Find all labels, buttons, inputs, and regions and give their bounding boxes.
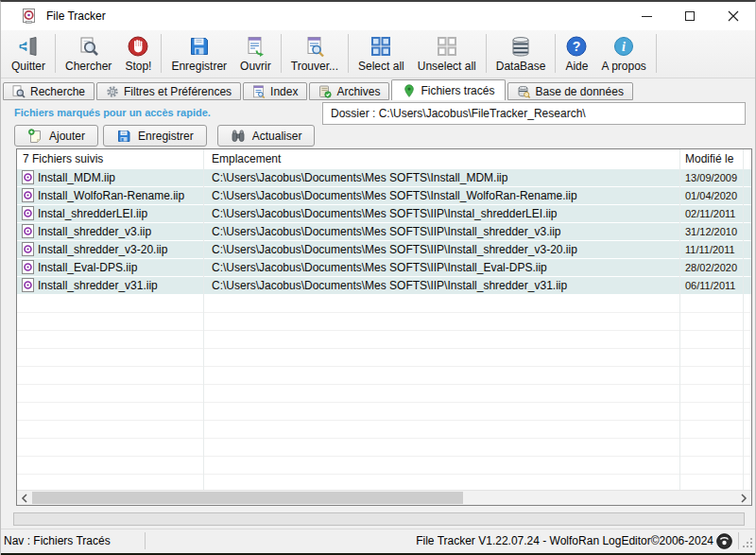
file-modified-date: 28/02/2020 <box>685 259 737 276</box>
database-button[interactable]: DataBase <box>490 32 553 75</box>
table-row[interactable]: Install_shredder_v3-20.iip C:\Users\Jaco… <box>17 241 751 258</box>
table-row[interactable]: Install_shredder_v31.iip C:\Users\Jacobu… <box>17 277 751 294</box>
file-name: Install_WolfoRan-Rename.iip <box>38 187 184 204</box>
column-separator <box>203 149 204 490</box>
help-question-icon: ? <box>565 35 588 58</box>
tab-archives[interactable]: Archives <box>309 82 389 100</box>
iip-file-icon <box>22 278 34 292</box>
database-icon <box>509 35 532 58</box>
a-propos-button[interactable]: i A propos <box>594 32 652 75</box>
select-all-grid-icon <box>369 35 392 58</box>
iip-file-icon <box>22 170 34 184</box>
status-separator <box>738 532 739 549</box>
quick-access-hint: Fichiers marqués pour un accès rapide. <box>14 107 211 118</box>
iip-file-icon <box>22 260 34 274</box>
enregistrer-toolbar-button[interactable]: Enregistrer <box>164 32 233 75</box>
maximize-button[interactable] <box>668 2 712 30</box>
iip-file-icon <box>22 206 34 220</box>
toolbar-label: Aide <box>565 60 588 73</box>
action-button-row: Ajouter Enregistrer Actualiser <box>14 125 319 147</box>
column-header-modifie[interactable]: Modifié le <box>685 149 733 169</box>
enregistrer-button[interactable]: Enregistrer <box>103 125 207 147</box>
column-header-files[interactable]: 7 Fichiers suivis <box>23 149 103 169</box>
chercher-button[interactable]: Chercher <box>59 32 118 75</box>
chevron-right-icon <box>740 494 747 503</box>
tab-label: Archives <box>336 85 380 98</box>
toolbar-label: Chercher <box>65 60 112 73</box>
aide-button[interactable]: ? Aide <box>558 32 594 75</box>
file-name: Install_MDM.iip <box>38 169 115 186</box>
table-body: Install_MDM.iip C:\Users\Jacobus\Documen… <box>17 169 751 490</box>
wolforan-logo-icon <box>716 533 732 549</box>
table-row[interactable]: Install_shredder_v3.iip C:\Users\Jacobus… <box>17 223 751 240</box>
green-pin-icon <box>403 84 416 97</box>
tab-label: Base de données <box>535 85 623 98</box>
search-document-icon <box>77 35 100 58</box>
ouvrir-button[interactable]: Ouvrir <box>233 32 278 75</box>
find-document-icon <box>303 35 326 58</box>
iip-file-icon <box>22 224 34 238</box>
window-controls <box>625 2 755 30</box>
file-name: Install_shredder_v3-20.iip <box>38 241 167 258</box>
column-separator <box>743 149 744 490</box>
file-name: Instal_shredderLEI.iip <box>38 205 147 222</box>
database-search-icon <box>517 85 530 98</box>
tab-index[interactable]: Index <box>243 82 307 100</box>
unselect-all-grid-icon <box>436 35 458 58</box>
actualiser-button[interactable]: Actualiser <box>217 125 316 147</box>
title-bar: File Tracker <box>1 2 755 30</box>
tab-fichiers-traces[interactable]: Fichiers tracés <box>391 79 506 100</box>
toolbar-label: DataBase <box>496 60 546 73</box>
toolbar-separator <box>281 34 282 73</box>
close-button[interactable] <box>712 2 755 30</box>
toolbar-separator <box>348 34 349 73</box>
file-modified-date: 06/11/2011 <box>685 277 735 294</box>
file-path: C:\Users\Jacobus\Documents\Mes SOFTS\IIP… <box>212 205 557 222</box>
scroll-right-button[interactable] <box>736 491 751 505</box>
maximize-icon <box>685 11 695 21</box>
toolbar-label: Ouvrir <box>240 60 271 73</box>
file-name: Install_Eval-DPS.iip <box>38 259 137 276</box>
resize-grip[interactable] <box>742 537 753 548</box>
add-note-icon <box>27 129 43 144</box>
open-document-icon <box>244 35 266 58</box>
status-nav-text: Nav : Fichiers Tracés <box>4 534 111 547</box>
index-page-icon <box>252 85 266 98</box>
stop-button[interactable]: Stop! <box>118 32 158 75</box>
column-header-emplacement[interactable]: Emplacement <box>212 149 281 169</box>
window-title: File Tracker <box>46 9 106 23</box>
horizontal-scrollbar[interactable] <box>17 490 751 505</box>
tab-base-de-donnees[interactable]: Base de données <box>507 82 632 100</box>
toolbar-separator <box>161 34 162 73</box>
stop-hand-icon <box>127 35 149 58</box>
toolbar-separator <box>486 34 487 73</box>
binoculars-icon <box>231 129 246 144</box>
tab-filtres-et-preferences[interactable]: Filtres et Préférences <box>96 82 241 100</box>
gear-icon <box>106 85 119 98</box>
scroll-left-button[interactable] <box>17 491 32 505</box>
quitter-button[interactable]: Quitter <box>5 32 52 75</box>
exit-door-icon <box>17 35 40 58</box>
file-modified-date: 31/12/2010 <box>685 223 737 240</box>
toolbar-separator <box>55 34 56 73</box>
ajouter-button[interactable]: Ajouter <box>14 125 98 147</box>
minimize-button[interactable] <box>625 2 668 30</box>
table-row[interactable]: Install_Eval-DPS.iip C:\Users\Jacobus\Do… <box>17 259 751 276</box>
tab-recherche[interactable]: Recherche <box>3 82 94 100</box>
tracked-files-table: 7 Fichiers suivis Emplacement Modifié le… <box>16 148 752 506</box>
trouver-button[interactable]: Trouver... <box>284 32 345 75</box>
tab-label: Filtres et Préférences <box>124 85 232 98</box>
folder-path-box: Dossier : C:\Users\Jacobus\FileTracker_R… <box>322 102 746 125</box>
progress-strip <box>13 512 745 526</box>
table-row[interactable]: Install_WolfoRan-Rename.iip C:\Users\Jac… <box>17 187 751 204</box>
file-modified-date: 11/11/2011 <box>685 241 735 258</box>
main-toolbar: Quitter Chercher Stop! <box>1 30 755 78</box>
unselect-all-button[interactable]: Unselect all <box>411 32 483 75</box>
table-row[interactable]: Install_MDM.iip C:\Users\Jacobus\Documen… <box>17 169 751 186</box>
toolbar-separator <box>656 34 657 73</box>
scrollbar-thumb[interactable] <box>32 492 463 504</box>
file-modified-date: 02/11/2011 <box>685 205 735 222</box>
table-row[interactable]: Instal_shredderLEI.iip C:\Users\Jacobus\… <box>17 205 751 222</box>
app-icon <box>21 8 38 25</box>
select-all-button[interactable]: Select all <box>352 32 411 75</box>
